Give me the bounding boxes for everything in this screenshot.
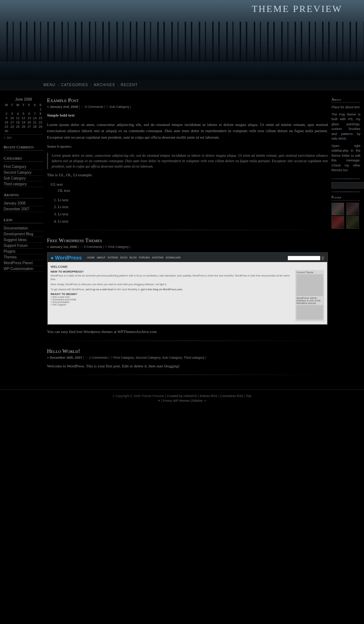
footer-creator-link[interactable]: Created by miloIIIIVII	[167, 394, 197, 398]
footer-comments-rss[interactable]: Comments RSS	[220, 394, 244, 398]
post-comments-link[interactable]: 0 Comments	[85, 105, 103, 109]
post-blockquote: Lorem ipsum dolor sit amet, consectetur …	[47, 153, 328, 169]
content-center: Example Post ≡ January 2nd, 2008 | → 0 C…	[47, 97, 328, 382]
search-box: GO	[331, 182, 360, 189]
sidebar-left: June 2008 M T W T F S S 1	[4, 97, 43, 382]
post-example: Example Post ≡ January 2nd, 2008 | → 0 C…	[47, 97, 328, 230]
footer-line1: ◊ Copyright © 2008 Theme Preview | Creat…	[4, 394, 360, 398]
post-category-link[interactable]: Sub Category	[110, 105, 129, 109]
post-ol-list: Li text Li text Li text Li text	[58, 197, 328, 224]
flickr-image-3[interactable]	[331, 216, 344, 229]
calendar-month: June 2008	[4, 97, 43, 101]
wp-search-input[interactable]	[288, 256, 320, 260]
footer-top-link[interactable]: Top	[246, 394, 252, 398]
link-wp-planet[interactable]: WordPress Planet	[4, 260, 43, 266]
water-reflection	[0, 62, 364, 80]
wp-sidebar-col: Current Theme WordPress' admin interface…	[295, 270, 324, 321]
about-author-link[interactable]: milo IIIIVII	[331, 137, 346, 140]
wp-body: WELCOME NEW TO WORDPRESS? WordPress is a…	[48, 262, 327, 324]
nav-bar: Menu | Categories | Archives | Recent	[0, 80, 364, 90]
post-hello-world: Hello World! ≡ December 26th, 2007 | → 1…	[47, 348, 328, 375]
post-ul-section: UL text OL text Li text Li text Li text …	[51, 181, 328, 225]
about-open-text: Open right sidebar.php in the theme fold…	[331, 144, 360, 173]
link-wp-customization[interactable]: WP Customization	[4, 266, 43, 272]
recent-comments-heading: Recent Comments	[4, 145, 43, 151]
search-divider	[331, 178, 360, 179]
post-meta-hello: ≡ December 26th, 2007 | → 1 Comments | ▽…	[47, 356, 328, 359]
wp-admin-preview	[296, 305, 323, 320]
category-link-third[interactable]: Third category	[4, 181, 43, 187]
flickr-divider	[331, 191, 360, 192]
wp-search-button[interactable]: ›	[321, 256, 324, 260]
category-link-second[interactable]: Second Category	[4, 170, 43, 176]
wp-nav: HOME ABOUT EXTEND DOCS BLOG FORUMS HOSTI…	[87, 256, 181, 259]
flickr-section: Flickr	[331, 195, 360, 229]
calendar-nav[interactable]: « Jan	[4, 134, 43, 139]
link-dev-blog[interactable]: Development Blog	[4, 231, 43, 237]
nav-recent[interactable]: Recent	[121, 83, 138, 87]
post-body-example: Simple bold text Lorem ipsum dolor sit a…	[47, 112, 328, 224]
tree-silhouette	[0, 22, 364, 65]
link-suggest-ideas[interactable]: Suggest Ideas	[4, 237, 43, 243]
wp-content-area: NEW TO WORDPRESS? WordPress is a state-o…	[51, 270, 324, 321]
categories-section: Categories First Category Second Categor…	[4, 156, 43, 187]
flickr-heading: Flickr	[331, 195, 360, 201]
flickr-image-1[interactable]	[331, 203, 344, 215]
liens-section: Liens Documentation Development Blog Sug…	[4, 218, 43, 272]
nav-archives[interactable]: Archives	[94, 83, 115, 87]
nav-categories[interactable]: Categories	[61, 83, 88, 87]
wp-logo: ● WordPress	[51, 255, 82, 261]
about-heading: About	[331, 97, 360, 103]
footer-entries-rss[interactable]: Entries RSS	[200, 394, 218, 398]
category-link-first[interactable]: First Category	[4, 164, 43, 170]
post-categories-hello[interactable]: First Category, Second Category, Sub Cat…	[114, 356, 204, 359]
post-title-free: Free Wordpress Themes	[47, 237, 328, 244]
link-plugins[interactable]: Plugins	[4, 249, 43, 254]
link-documentation[interactable]: Documentation	[4, 225, 43, 231]
link-support-forum[interactable]: Support Forum	[4, 243, 43, 249]
post-free-themes: Free Wordpress Themes ≡ January 1st, 200…	[47, 237, 328, 341]
about-place-text: Place for about text	[331, 105, 360, 110]
archives-section: Archives January 2008 December 2007	[4, 193, 43, 212]
post-body-free: You can easy find free Wordpress themes …	[47, 329, 328, 335]
footer-funny-themes[interactable]: Funny WP themes	[163, 399, 190, 402]
post-divider-2	[47, 341, 328, 341]
post-title-hello: Hello World!	[47, 348, 328, 354]
footer-sidebar[interactable]: Sidebar	[192, 399, 203, 402]
wp-header-bar: ● WordPress HOME ABOUT EXTEND DOCS BLOG …	[48, 253, 327, 262]
about-section: About Place for about text The Fog theme…	[331, 97, 360, 173]
post-divider-1	[47, 230, 328, 230]
wp-main-col: NEW TO WORDPRESS? WordPress is a state-o…	[51, 270, 293, 321]
wordpress-screenshot: ● WordPress HOME ABOUT EXTEND DOCS BLOG …	[47, 252, 328, 325]
category-link-sub[interactable]: Sub Category	[4, 176, 43, 181]
header: Theme Preview	[0, 0, 364, 80]
footer: ◊ Copyright © 2008 Theme Preview | Creat…	[0, 389, 364, 407]
liens-heading: Liens	[4, 218, 43, 223]
post-comments-link-hello[interactable]: 1 Comments	[89, 356, 107, 359]
footer-line2: ✦ | Funny WP themes |Sidebar ⇒	[4, 399, 360, 402]
about-description: The Fog theme is built with PS, my glass…	[331, 112, 360, 142]
post-title-example: Example Post	[47, 97, 328, 104]
sidebar-right: About Place for about text The Fog theme…	[331, 97, 360, 382]
cal-prev-link[interactable]: « Jan	[4, 136, 12, 139]
calendar: June 2008 M T W T F S S 1	[4, 97, 43, 139]
archive-jan2008[interactable]: January 2008	[4, 201, 43, 206]
post-divider-3	[47, 375, 328, 375]
post-category-link-free[interactable]: First Category	[108, 245, 129, 249]
post-comments-link-free[interactable]: 0 Comments	[84, 245, 102, 249]
post-meta-example: ≡ January 2nd, 2008 | → 0 Comments | ▽ S…	[47, 105, 328, 109]
recent-comments-section: Recent Comments	[4, 145, 43, 151]
flickr-image-4[interactable]	[346, 216, 359, 229]
nav-menu[interactable]: Menu	[43, 83, 55, 87]
post-body-hello: Welcome to WordPress. This is your first…	[47, 363, 328, 370]
flickr-image-2[interactable]	[346, 203, 359, 215]
site-title: Theme Preview	[252, 4, 342, 14]
post-meta-free: ≡ January 1st, 2008 | → 0 Comments | ▽ F…	[47, 245, 328, 249]
categories-heading: Categories	[4, 156, 43, 162]
search-input[interactable]	[331, 182, 364, 189]
link-themes[interactable]: Themes	[4, 254, 43, 260]
flickr-grid	[331, 203, 360, 229]
archives-heading: Archives	[4, 193, 43, 198]
archive-dec2007[interactable]: December 2007	[4, 206, 43, 212]
wp-theme-preview	[296, 274, 323, 296]
